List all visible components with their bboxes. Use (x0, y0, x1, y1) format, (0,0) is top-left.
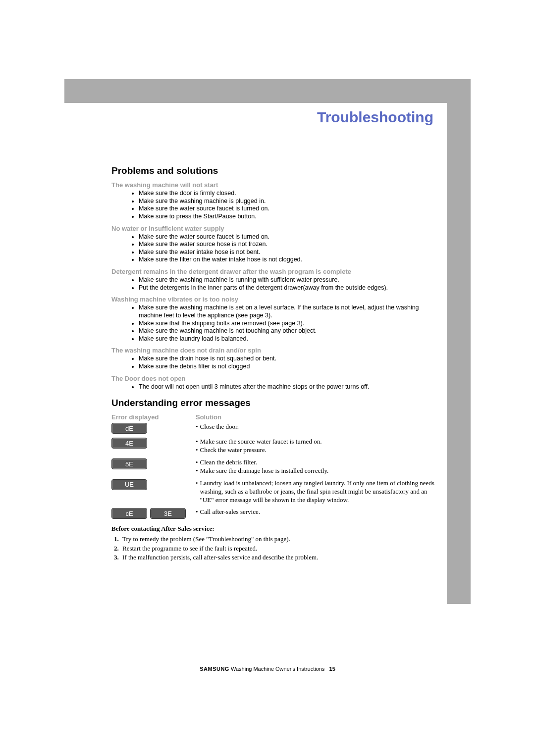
section-problems-heading: Problems and solutions (111, 165, 438, 176)
problem-bullet-list: Make sure the washing machine is running… (111, 276, 438, 292)
error-solution-item: •Close the door. (196, 423, 438, 431)
problem-bullet-item: Make sure the filter on the water intake… (139, 256, 438, 264)
error-solution-text: Check the water pressure. (200, 446, 267, 454)
before-service-item: Try to remedy the problem (See "Troubles… (120, 535, 438, 544)
error-solution-item: •Make sure the drainage hose is installe… (196, 467, 438, 475)
error-solution-item: •Clean the debris filter. (196, 458, 438, 467)
problem-bullet-item: The door will not open until 3 minutes a… (139, 383, 438, 391)
problem-bullet-item: Make sure the washing machine is not tou… (139, 327, 438, 335)
error-solution: •Close the door. (196, 423, 438, 431)
error-code-badge: 4E (111, 438, 147, 449)
errors-container: dE•Close the door.4E•Make sure the sourc… (111, 423, 438, 519)
content-area: Troubleshooting Problems and solutions T… (111, 103, 438, 562)
error-row: 4E•Make sure the source water faucet is … (111, 438, 438, 454)
error-solution-text: Call after-sales service. (200, 508, 260, 516)
error-header-row: Error displayed Solution (111, 413, 438, 421)
problem-bullet-item: Make sure the water source faucet is tur… (139, 233, 438, 241)
bullet-icon: • (196, 479, 198, 504)
page-frame-corner (64, 79, 88, 103)
problems-container: The washing machine will not startMake s… (111, 181, 438, 391)
bullet-icon: • (196, 458, 198, 467)
problem-bullet-item: Make sure the washing machine is running… (139, 276, 438, 284)
problem-bullet-item: Make sure the washing machine is set on … (139, 304, 438, 319)
problem-bullet-item: Put the detergents in the inner parts of… (139, 284, 438, 292)
before-service-list: Try to remedy the problem (See "Troubles… (111, 535, 438, 562)
problem-bullet-list: Make sure the water source faucet is tur… (111, 233, 438, 264)
problem-bullet-list: Make sure the washing machine is set on … (111, 304, 438, 343)
error-solution-text: Clean the debris filter. (200, 458, 258, 467)
footer-text: Washing Machine Owner's Instructions (231, 666, 324, 672)
error-badges: dE (111, 423, 196, 434)
error-badges: 5E (111, 458, 196, 469)
error-solution: •Make sure the source water faucet is tu… (196, 438, 438, 454)
error-code-badge: dE (111, 423, 147, 434)
problem-heading: The Door does not open (111, 375, 438, 382)
error-solution-item: •Laundry load is unbalanced; loosen any … (196, 479, 438, 504)
error-code-badge: UE (111, 479, 147, 490)
error-code-badge: 3E (150, 508, 186, 519)
error-col-header-solution: Solution (196, 413, 221, 421)
error-solution-text: Laundry load is unbalanced; loosen any t… (200, 479, 438, 504)
error-solution-item: •Call after-sales service. (196, 508, 438, 516)
problem-bullet-item: Make sure the drain hose is not squashed… (139, 355, 438, 363)
error-solution-text: Close the door. (200, 423, 239, 431)
error-solution-item: •Check the water pressure. (196, 446, 438, 454)
problem-bullet-item: Make sure the debris filter is not clogg… (139, 363, 438, 371)
error-solution: •Call after-sales service. (196, 508, 438, 516)
error-solution-text: Make sure the source water faucet is tur… (200, 438, 322, 446)
problem-bullet-list: Make sure the drain hose is not squashed… (111, 355, 438, 370)
problem-bullet-item: Make sure the laundry load is balanced. (139, 335, 438, 343)
problem-bullet-list: Make sure the door is firmly closed.Make… (111, 190, 438, 221)
problem-bullet-item: Make sure to press the Start/Pause butto… (139, 213, 438, 221)
bullet-icon: • (196, 438, 198, 446)
page-title: Troubleshooting (111, 109, 433, 126)
error-solution: •Clean the debris filter.•Make sure the … (196, 458, 438, 475)
error-row: dE•Close the door. (111, 423, 438, 434)
error-solution-text: Make sure the drainage hose is installed… (200, 467, 329, 475)
problem-bullet-item: Make sure the water source faucet is tur… (139, 205, 438, 213)
bullet-icon: • (196, 508, 198, 516)
problem-heading: No water or insufficient water supply (111, 225, 438, 232)
footer-brand: SAMSUNG (200, 666, 229, 672)
bullet-icon: • (196, 446, 198, 454)
problem-heading: Detergent remains in the detergent drawe… (111, 268, 438, 275)
error-row: 5E•Clean the debris filter.•Make sure th… (111, 458, 438, 475)
section-errors-heading: Understanding error messages (111, 398, 438, 408)
bullet-icon: • (196, 423, 198, 431)
problem-bullet-list: The door will not open until 3 minutes a… (111, 383, 438, 391)
page-footer: SAMSUNG Washing Machine Owner's Instruct… (0, 666, 535, 672)
error-solution-item: •Make sure the source water faucet is tu… (196, 438, 438, 446)
problem-bullet-item: Make sure the door is firmly closed. (139, 190, 438, 198)
error-solution: •Laundry load is unbalanced; loosen any … (196, 479, 438, 504)
problem-bullet-item: Make sure that the shipping bolts are re… (139, 320, 438, 328)
before-service-heading: Before contacting After-Sales service: (111, 525, 438, 533)
error-col-header-code: Error displayed (111, 413, 196, 421)
error-badges: 4E (111, 438, 196, 449)
problem-heading: The washing machine does not drain and/o… (111, 347, 438, 354)
problem-heading: The washing machine will not start (111, 181, 438, 189)
problem-heading: Washing machine vibrates or is too noisy (111, 296, 438, 303)
problem-bullet-item: Make sure the water intake hose is not b… (139, 249, 438, 256)
footer-page-number: 15 (329, 666, 335, 672)
error-badges: cE3E (111, 508, 196, 519)
error-row: cE3E•Call after-sales service. (111, 508, 438, 519)
bullet-icon: • (196, 467, 198, 475)
error-row: UE•Laundry load is unbalanced; loosen an… (111, 479, 438, 504)
before-service-item: Restart the programme to see if the faul… (120, 544, 438, 553)
problem-bullet-item: Make sure the water source hose is not f… (139, 241, 438, 249)
error-code-badge: cE (111, 508, 147, 519)
error-badges: UE (111, 479, 196, 490)
problem-bullet-item: Make sure the washing machine is plugged… (139, 198, 438, 205)
before-service-item: If the malfunction persists, call after-… (120, 553, 438, 562)
error-code-badge: 5E (111, 458, 147, 469)
